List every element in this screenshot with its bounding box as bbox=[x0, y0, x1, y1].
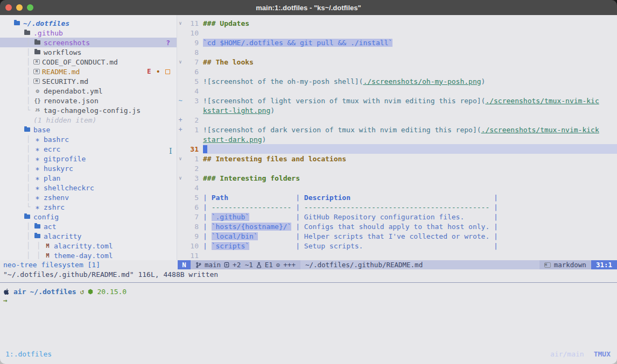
tree-item[interactable]: │alacritty bbox=[0, 231, 177, 241]
fold-marker-icon: ∨ bbox=[177, 20, 184, 26]
tree-item[interactable]: │*gitprofile bbox=[0, 154, 177, 163]
gear-icon: ⚙ bbox=[33, 88, 41, 95]
editor-line[interactable]: 5![screenshot of the oh-my-posh shell](.… bbox=[177, 76, 617, 86]
editor-line[interactable]: 9`cd $HOME/.dotfiles && git pull && ./in… bbox=[177, 38, 617, 47]
tree-item[interactable]: └*zshrc bbox=[0, 202, 177, 212]
command-line-message: "~/.dotfiles/.github/README.md" 116L, 44… bbox=[0, 269, 617, 280]
editor-line[interactable]: ∨3### Interesting folders bbox=[177, 173, 617, 183]
editor-line[interactable]: 2 bbox=[177, 163, 617, 173]
editor-line[interactable]: 4 bbox=[177, 86, 617, 96]
git-diff-counts: +2 ~1 bbox=[233, 261, 253, 269]
editor-line[interactable]: +2 bbox=[177, 115, 617, 125]
tmux-right-status: air/main TMUX bbox=[550, 350, 611, 358]
editor-line[interactable]: ∨1## Interesting files and locations bbox=[177, 154, 617, 163]
cursor bbox=[203, 145, 207, 153]
vim-mode-indicator: N bbox=[178, 260, 191, 269]
editor-line[interactable]: ∨11### Updates bbox=[177, 18, 617, 28]
tree-item-label: README.md bbox=[42, 68, 80, 76]
buffer-icon bbox=[224, 262, 229, 268]
tmux-window-name[interactable]: 1:.dotfiles bbox=[5, 350, 52, 358]
tree-item[interactable]: .github bbox=[0, 28, 177, 38]
tree-item-label: gitprofile bbox=[44, 155, 86, 163]
tree-guide: │ bbox=[23, 135, 33, 143]
tree-item[interactable]: │*huskyrc bbox=[0, 163, 177, 173]
tree-item-label: SECURITY.md bbox=[42, 77, 88, 85]
editor-line[interactable]: 5| Path | Description | bbox=[177, 192, 617, 202]
tree-item[interactable]: │MSECURITY.md bbox=[0, 76, 177, 86]
tree-item[interactable]: │*bashrc bbox=[0, 134, 177, 144]
apple-icon bbox=[3, 288, 10, 295]
tree-guide: │ bbox=[23, 194, 33, 201]
markdown-icon: M bbox=[544, 262, 551, 268]
tree-item-label: zshenv bbox=[44, 194, 69, 202]
tree-guide: │ bbox=[33, 252, 44, 259]
editor-line[interactable]: 9| `local/bin` | Helper scripts that I'v… bbox=[177, 231, 617, 241]
editor-line[interactable]: ~3![screenshot of light version of tmux … bbox=[177, 96, 617, 105]
tree-item[interactable]: ~/.dotfiles bbox=[0, 18, 177, 28]
tree-item[interactable]: │MREADME.mdE• bbox=[0, 67, 177, 76]
tree-item[interactable]: │*zshenv bbox=[0, 192, 177, 202]
git-sign: + bbox=[177, 116, 184, 124]
tree-item[interactable]: │*ecrc bbox=[0, 144, 177, 154]
tree-guide: │ bbox=[23, 68, 33, 75]
editor-line[interactable]: 8 bbox=[177, 47, 617, 57]
tree-item[interactable]: ││Malacritty.toml bbox=[0, 241, 177, 251]
editor-line[interactable]: 8| `hosts/{hostname}/` | Configs that sh… bbox=[177, 222, 617, 231]
asterisk-icon: * bbox=[33, 204, 41, 211]
tree-guide: │ bbox=[23, 223, 33, 230]
editor-line[interactable]: ∨7## The looks bbox=[177, 57, 617, 67]
editor-line[interactable]: +1![screenshot of dark version of tmux w… bbox=[177, 125, 617, 134]
line-number: 3 bbox=[184, 97, 199, 105]
tree-item-label: tag-changelog-config.js bbox=[44, 106, 141, 115]
md-icon: M bbox=[33, 78, 40, 84]
neo-tree-sidebar: ~/.dotfiles.github│screenshots?│workflow… bbox=[0, 15, 177, 260]
editor-line[interactable]: 10| `scripts` | Setup scripts. | bbox=[177, 241, 617, 251]
terminal-content: ~/.dotfiles.github│screenshots?│workflow… bbox=[0, 15, 617, 364]
tree-guide: │ bbox=[23, 145, 33, 153]
line-text bbox=[203, 86, 617, 96]
editor-pane[interactable]: ∨11### Updates109`cd $HOME/.dotfiles && … bbox=[177, 15, 617, 260]
folder-blue-icon bbox=[23, 127, 31, 132]
tree-item[interactable]: │act bbox=[0, 222, 177, 231]
tree-item[interactable]: (1 hidden item) bbox=[0, 115, 177, 125]
tree-item[interactable]: │MCODE_OF_CONDUCT.md bbox=[0, 57, 177, 67]
tree-item[interactable]: │⚙dependabot.yml bbox=[0, 86, 177, 96]
tree-item[interactable]: │*shellcheckrc bbox=[0, 183, 177, 192]
line-text: | `hosts/{hostname}/` | Configs that sho… bbox=[203, 222, 617, 231]
tree-guide: │ bbox=[23, 87, 33, 95]
line-text bbox=[203, 67, 617, 76]
editor-line[interactable]: 7| `.github` | GitHub Repository configu… bbox=[177, 212, 617, 222]
editor-line[interactable]: 31 bbox=[177, 144, 617, 154]
editor-line[interactable]: 6| ------------------- | ---------------… bbox=[177, 202, 617, 212]
statusline-filetype-section: M markdown bbox=[539, 260, 591, 269]
editor-line[interactable]: 10 bbox=[177, 28, 617, 38]
shell-pane[interactable]: air ~/.dotfiles ↺ 20.15.0 → bbox=[0, 283, 617, 306]
tree-item[interactable]: ││Mtheme-day.toml bbox=[0, 251, 177, 260]
statusline-extra: +++ bbox=[283, 261, 296, 269]
editor-line[interactable]: kstart-light.png) bbox=[177, 105, 617, 115]
editor-line[interactable]: 4 bbox=[177, 183, 617, 192]
shell-empty-area[interactable] bbox=[0, 306, 617, 347]
tree-item[interactable]: └JStag-changelog-config.js bbox=[0, 105, 177, 115]
tree-item-label: plan bbox=[44, 174, 60, 182]
editor-line[interactable]: 11 bbox=[177, 251, 617, 260]
line-number: 5 bbox=[184, 77, 199, 85]
line-text: start-dark.png) bbox=[203, 134, 617, 144]
tree-item[interactable]: base bbox=[0, 125, 177, 134]
tree-item[interactable]: │screenshots? bbox=[0, 38, 177, 47]
node-icon bbox=[88, 289, 93, 295]
shell-prompt: air ~/.dotfiles ↺ 20.15.0 bbox=[3, 287, 617, 296]
tree-guide: │ bbox=[23, 97, 33, 104]
titlebar: main:1:.dotfiles - "ks~/.dotfiles" bbox=[0, 0, 617, 15]
tree-guide: │ bbox=[23, 48, 33, 56]
tree-item-label: .github bbox=[33, 29, 63, 37]
prompt-arrow[interactable]: → bbox=[3, 296, 617, 306]
tree-item[interactable]: config bbox=[0, 212, 177, 222]
tree-item[interactable]: │workflows bbox=[0, 47, 177, 57]
tree-item[interactable]: │{}renovate.json bbox=[0, 96, 177, 105]
asterisk-icon: * bbox=[33, 146, 41, 153]
editor-line[interactable]: start-dark.png) bbox=[177, 134, 617, 144]
tree-item[interactable]: │*plan bbox=[0, 173, 177, 183]
tree-item-label: base bbox=[33, 126, 50, 134]
editor-line[interactable]: 6 bbox=[177, 67, 617, 76]
